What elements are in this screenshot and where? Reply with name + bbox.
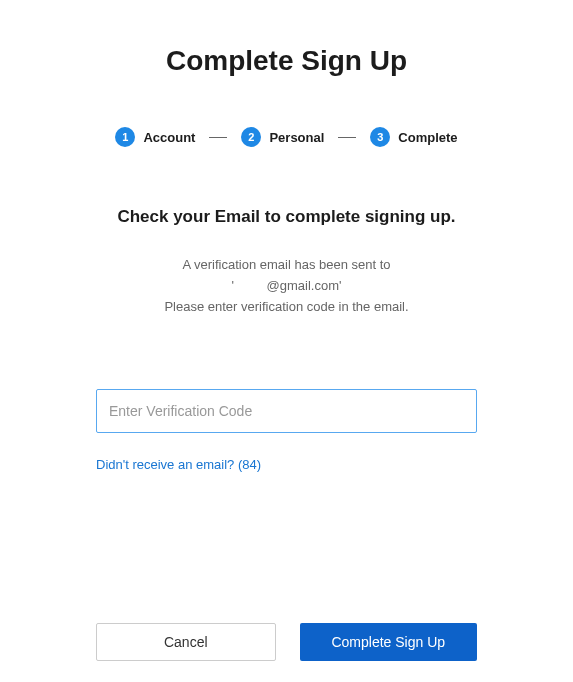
- step-divider: [209, 137, 227, 138]
- description-line1: A verification email has been sent to: [96, 255, 477, 276]
- complete-signup-button[interactable]: Complete Sign Up: [300, 623, 478, 661]
- subtitle: Check your Email to complete signing up.: [96, 207, 477, 227]
- step-label-personal: Personal: [269, 130, 324, 145]
- step-number-2: 2: [241, 127, 261, 147]
- step-complete: 3 Complete: [370, 127, 457, 147]
- cancel-button[interactable]: Cancel: [96, 623, 276, 661]
- progress-stepper: 1 Account 2 Personal 3 Complete: [96, 127, 477, 147]
- step-personal: 2 Personal: [241, 127, 324, 147]
- step-number-3: 3: [370, 127, 390, 147]
- description-email: ' @gmail.com': [96, 276, 477, 297]
- verification-code-input[interactable]: [96, 389, 477, 433]
- resend-email-link[interactable]: Didn't receive an email? (84): [96, 457, 261, 472]
- step-label-account: Account: [143, 130, 195, 145]
- step-divider: [338, 137, 356, 138]
- step-number-1: 1: [115, 127, 135, 147]
- description: A verification email has been sent to ' …: [96, 255, 477, 317]
- page-title: Complete Sign Up: [96, 45, 477, 77]
- signup-container: Complete Sign Up 1 Account 2 Personal 3 …: [0, 0, 573, 682]
- description-line3: Please enter verification code in the em…: [96, 297, 477, 318]
- step-account: 1 Account: [115, 127, 195, 147]
- button-row: Cancel Complete Sign Up: [96, 623, 477, 661]
- step-label-complete: Complete: [398, 130, 457, 145]
